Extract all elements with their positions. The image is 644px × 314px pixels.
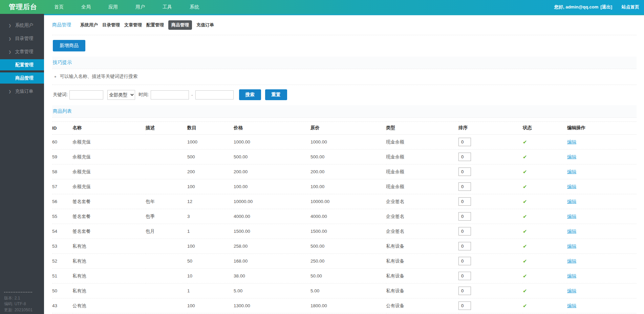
cell-original-price: 1500.00 (310, 224, 386, 239)
edit-link[interactable]: 编辑 (567, 303, 576, 308)
tab[interactable]: 充值订单 (196, 20, 214, 30)
main-content: 商品管理 系统用户目录管理文章管理配置管理商品管理充值订单 新增商品 技巧提示 … (44, 14, 644, 314)
cell-sort (458, 298, 523, 313)
table-body: 60 余额充值 1000 1000.00 1000.00 现金余额 ✔ (52, 135, 637, 314)
time-to-input[interactable] (195, 90, 234, 99)
cell-sort (458, 135, 523, 150)
cell-quantity: 200 (187, 164, 234, 179)
search-button[interactable]: 搜索 (239, 89, 261, 100)
product-table: ID名称描述数目价格原价类型排序状态编辑操作 60 余额充值 1000 1000… (52, 121, 637, 314)
cell-name: 余额充值 (72, 164, 146, 179)
cell-quantity: 1 (187, 284, 234, 298)
edit-link[interactable]: 编辑 (567, 199, 576, 204)
sidebar-item[interactable]: 配置管理 (0, 59, 44, 70)
cell-id: 51 (52, 269, 72, 284)
time-from-input[interactable] (151, 90, 189, 99)
tips-list: ● 可以输入名称、描述等关键词进行搜索 (52, 69, 637, 85)
sidebar-item-label: 文章管理 (15, 49, 33, 54)
cell-price: 258.00 (234, 239, 310, 254)
sidebar-item[interactable]: 商品管理 (0, 72, 44, 84)
breadcrumb[interactable]: 商品管理 (52, 22, 71, 28)
edit-link[interactable]: 编辑 (567, 139, 576, 144)
sort-input[interactable] (458, 287, 471, 295)
sidebar-item[interactable]: ❯系统用户 (0, 20, 44, 31)
edit-link[interactable]: 编辑 (567, 184, 576, 189)
edit-link[interactable]: 编辑 (567, 244, 576, 249)
cell-quantity: 12 (187, 194, 234, 209)
top-nav-item[interactable]: 全局 (81, 4, 108, 10)
cell-quantity: 50 (187, 254, 234, 269)
tab[interactable]: 系统用户 (80, 20, 98, 30)
footer-dashed-divider (4, 292, 32, 292)
cell-status: ✔ (523, 298, 567, 313)
sidebar-item[interactable]: ❯文章管理 (0, 46, 44, 57)
sort-input[interactable] (458, 212, 471, 221)
reset-button[interactable]: 重置 (265, 89, 287, 100)
table-row: 53 私有池 100 258.00 500.00 私有设备 ✔ (52, 239, 637, 254)
toolbar: 新增商品 (52, 35, 637, 57)
sort-input[interactable] (458, 272, 471, 280)
cell-actions: 编辑 (567, 194, 637, 209)
cell-price: 10000.00 (234, 194, 310, 209)
table-row: 55 签名套餐 包季 3 4000.00 4000.00 企业签名 ✔ (52, 209, 637, 224)
sort-input[interactable] (458, 182, 471, 191)
top-nav-item[interactable]: 首页 (54, 4, 81, 10)
sidebar-item-label: 充值订单 (15, 89, 33, 94)
sort-input[interactable] (458, 167, 471, 176)
status-check-icon: ✔ (523, 273, 527, 279)
top-nav-item[interactable]: 用户 (135, 4, 163, 10)
cell-quantity: 500 (187, 150, 234, 164)
topbar: 管理后台 首页全局应用用户工具系统 您好, admin@qq.com [退出] … (0, 0, 644, 14)
edit-link[interactable]: 编辑 (567, 288, 576, 293)
edit-link[interactable]: 编辑 (567, 229, 576, 234)
cell-price: 168.00 (234, 254, 310, 269)
table-row: 60 余额充值 1000 1000.00 1000.00 现金余额 ✔ (52, 135, 637, 150)
top-nav-item[interactable]: 工具 (163, 4, 190, 10)
top-nav-item[interactable]: 系统 (190, 4, 217, 10)
sort-input[interactable] (458, 227, 471, 236)
cell-quantity: 1 (187, 224, 234, 239)
keyword-input[interactable] (69, 90, 103, 99)
sort-input[interactable] (458, 257, 471, 265)
cell-description (146, 164, 187, 179)
tab[interactable]: 配置管理 (146, 20, 164, 30)
sort-input[interactable] (458, 153, 471, 161)
cell-original-price: 250.00 (310, 254, 386, 269)
column-header: 原价 (310, 122, 386, 135)
cell-status: ✔ (523, 254, 567, 269)
sidebar-item[interactable]: ❯充值订单 (0, 86, 44, 97)
sort-input[interactable] (458, 138, 471, 146)
sort-input[interactable] (458, 242, 471, 250)
cell-description (146, 269, 187, 284)
edit-link[interactable]: 编辑 (567, 273, 576, 278)
sort-input[interactable] (458, 301, 471, 310)
column-header: ID (52, 122, 72, 135)
top-nav-item[interactable]: 应用 (108, 4, 135, 10)
chevron-right-icon: ❯ (8, 37, 11, 41)
tab[interactable]: 文章管理 (124, 20, 142, 30)
cell-price: 4000.00 (234, 209, 310, 224)
status-check-icon: ✔ (523, 228, 527, 234)
cell-id: 57 (52, 179, 72, 194)
edit-link[interactable]: 编辑 (567, 214, 576, 219)
site-home-link[interactable]: 站点首页 (622, 4, 639, 10)
cell-status: ✔ (523, 194, 567, 209)
add-product-button[interactable]: 新增商品 (53, 40, 85, 51)
sort-input[interactable] (458, 197, 471, 206)
cell-type: 私有设备 (386, 239, 458, 254)
edit-link[interactable]: 编辑 (567, 154, 576, 159)
cell-type: 企业签名 (386, 194, 458, 209)
cell-type: 现金余额 (386, 135, 458, 150)
footer-encoding: 编码: UTF-8 (4, 301, 33, 307)
edit-link[interactable]: 编辑 (567, 169, 576, 174)
edit-link[interactable]: 编辑 (567, 259, 576, 264)
logout-link[interactable]: [退出] (600, 4, 612, 10)
cell-sort (458, 224, 523, 239)
cell-actions: 编辑 (567, 269, 637, 284)
sidebar-item[interactable]: ❯目录管理 (0, 33, 44, 44)
type-select[interactable]: 全部类型 (107, 90, 135, 100)
cell-sort (458, 164, 523, 179)
tab[interactable]: 目录管理 (102, 20, 120, 30)
tab[interactable]: 商品管理 (168, 20, 192, 30)
table-row: 43 公有池 100 1300.00 1800.00 公有设备 ✔ (52, 298, 637, 313)
